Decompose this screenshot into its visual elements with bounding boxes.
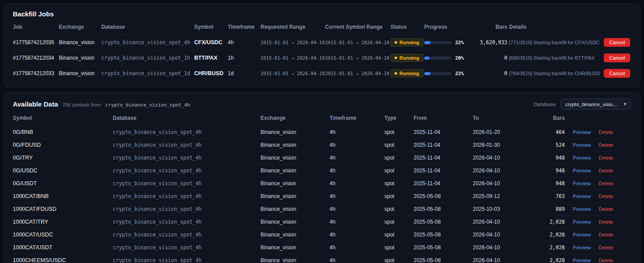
- job-bars: 3,620,933: [475, 35, 509, 50]
- delete-link[interactable]: Delete: [598, 206, 613, 212]
- cancel-button[interactable]: Cancel: [604, 53, 630, 62]
- data-actions-cell: Preview Delete: [567, 177, 631, 190]
- data-to: 2026-04-10: [473, 241, 533, 254]
- data-bars: 948: [533, 164, 567, 177]
- delete-link[interactable]: Delete: [598, 194, 613, 199]
- available-data-header-row: Symbol Database Exchange Timeframe Type …: [13, 111, 631, 126]
- col-from: From: [414, 111, 473, 126]
- data-type: spot: [384, 216, 414, 229]
- data-database: crypto_binance_vision_spot_4h: [113, 177, 261, 190]
- data-actions-cell: Preview Delete: [567, 190, 631, 203]
- job-progress-cell: 22%: [424, 66, 475, 81]
- data-bars: 948: [533, 177, 567, 190]
- data-exchange: Binance_vision: [261, 203, 330, 216]
- data-from: 2025-05-08: [414, 203, 473, 216]
- delete-link[interactable]: Delete: [598, 232, 613, 237]
- progress-bar-fill: [424, 57, 429, 60]
- data-to: 2026-04-10: [473, 229, 533, 241]
- preview-link[interactable]: Preview: [573, 181, 591, 186]
- available-data-tbody: 0G/BNB crypto_binance_vision_spot_4h Bin…: [13, 126, 631, 263]
- database-select[interactable]: crypto_binance_visio... ▼: [560, 99, 631, 110]
- job-database: crypto_binance_vision_spot_4h: [101, 35, 194, 50]
- job-cancel-cell: Cancel: [600, 66, 631, 81]
- job-bars: 0: [475, 66, 509, 81]
- status-badge: Running: [391, 54, 423, 62]
- data-from: 2025-05-08: [414, 190, 473, 203]
- col-database: Database: [101, 19, 194, 35]
- data-bars: 948: [533, 152, 567, 164]
- cancel-button[interactable]: Cancel: [604, 69, 630, 78]
- preview-link[interactable]: Preview: [573, 130, 591, 135]
- data-database: crypto_binance_vision_spot_4h: [113, 152, 261, 164]
- data-exchange: Binance_vision: [261, 164, 330, 177]
- data-from: 2025-05-08: [414, 254, 473, 263]
- job-status-cell: Running: [391, 66, 424, 81]
- preview-link[interactable]: Preview: [573, 245, 591, 250]
- preview-link[interactable]: Preview: [573, 206, 591, 212]
- preview-link[interactable]: Preview: [573, 258, 591, 263]
- available-data-row: 1000CAT/FDUSD crypto_binance_vision_spot…: [13, 203, 631, 216]
- database-select-value: crypto_binance_visio...: [565, 102, 617, 107]
- job-requested-range: 2015-01-01 → 2026-04-10: [261, 35, 325, 50]
- data-database: crypto_binance_vision_spot_4h: [113, 203, 261, 216]
- data-exchange: Binance_vision: [261, 177, 330, 190]
- data-actions-cell: Preview Delete: [567, 203, 631, 216]
- preview-link[interactable]: Preview: [573, 155, 591, 160]
- backfill-job-row: #1775874212034 Binance_vision crypto_bin…: [13, 50, 631, 66]
- data-exchange: Binance_vision: [261, 152, 330, 164]
- job-symbol: CHR/BUSD: [194, 66, 228, 81]
- job-id: #1775874212033: [13, 66, 59, 81]
- job-database: crypto_binance_vision_spot_1d: [101, 66, 194, 81]
- job-timeframe: 4h: [228, 35, 261, 50]
- available-data-row: 0G/BNB crypto_binance_vision_spot_4h Bin…: [13, 126, 631, 139]
- data-from: 2025-11-04: [414, 177, 473, 190]
- data-symbol: 0G/USDT: [13, 177, 113, 190]
- job-id: #1775874212034: [13, 50, 59, 66]
- preview-link[interactable]: Preview: [573, 142, 591, 148]
- delete-link[interactable]: Delete: [598, 181, 613, 186]
- col-current-range: Current Symbol Range: [325, 19, 391, 35]
- job-details: [689/3519] Starting backfill for BTT/PAX: [509, 50, 600, 66]
- col-symbol: Symbol: [194, 19, 228, 35]
- data-timeframe: 4h: [330, 203, 384, 216]
- progress-bar-fill: [424, 72, 430, 75]
- data-exchange: Binance_vision: [261, 139, 330, 152]
- status-label: Running: [399, 40, 419, 45]
- delete-link[interactable]: Delete: [598, 219, 613, 225]
- delete-link[interactable]: Delete: [598, 168, 613, 173]
- data-to: 2026-04-10: [473, 254, 533, 263]
- backfill-job-row: #1775874212035 Binance_vision crypto_bin…: [13, 35, 631, 50]
- data-type: spot: [384, 126, 414, 139]
- col-cancel: [600, 19, 631, 35]
- available-data-row: 1000CAT/USDC crypto_binance_vision_spot_…: [13, 229, 631, 241]
- data-symbol: 1000CAT/FDUSD: [13, 203, 113, 216]
- delete-link[interactable]: Delete: [598, 130, 613, 135]
- preview-link[interactable]: Preview: [573, 194, 591, 199]
- data-timeframe: 4h: [330, 164, 384, 177]
- backfill-jobs-header-row: Job Exchange Database Symbol Timeframe R…: [13, 19, 631, 35]
- delete-link[interactable]: Delete: [598, 155, 613, 160]
- preview-link[interactable]: Preview: [573, 168, 591, 173]
- backfill-job-row: #1775874212033 Binance_vision crypto_bin…: [13, 66, 631, 81]
- cancel-button[interactable]: Cancel: [604, 38, 630, 47]
- col-symbol: Symbol: [13, 111, 113, 126]
- delete-link[interactable]: Delete: [598, 142, 613, 148]
- job-bars: 0: [475, 50, 509, 66]
- progress: 22%: [424, 40, 472, 46]
- job-current-range: 2015-01-01 → 2026-04-10: [325, 35, 391, 50]
- delete-link[interactable]: Delete: [598, 245, 613, 250]
- data-exchange: Binance_vision: [261, 216, 330, 229]
- job-progress-cell: 20%: [424, 50, 475, 66]
- data-database: crypto_binance_vision_spot_4h: [113, 126, 261, 139]
- preview-link[interactable]: Preview: [573, 219, 591, 225]
- data-type: spot: [384, 152, 414, 164]
- col-actions: [567, 111, 631, 126]
- delete-link[interactable]: Delete: [598, 258, 613, 263]
- col-requested-range: Requested Range: [261, 19, 325, 35]
- data-timeframe: 4h: [330, 126, 384, 139]
- available-data-row: 1000CAT/BNB crypto_binance_vision_spot_4…: [13, 190, 631, 203]
- backfill-jobs-title: Backfill Jobs: [13, 10, 631, 18]
- data-timeframe: 4h: [330, 229, 384, 241]
- preview-link[interactable]: Preview: [573, 232, 591, 237]
- page: Backfill Jobs Job Exchange Database Symb…: [0, 0, 644, 263]
